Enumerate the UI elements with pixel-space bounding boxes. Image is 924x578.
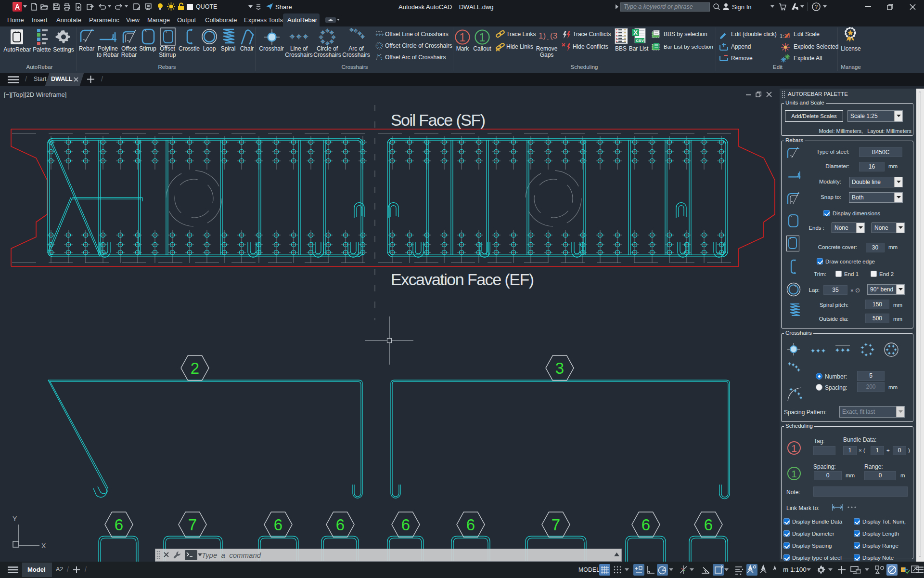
svg-text:CSV: CSV <box>636 39 644 43</box>
svg-text:(3: (3 <box>550 31 557 40</box>
svg-text:..: .. <box>547 36 550 41</box>
svg-text:Excavation Face (EF): Excavation Face (EF) <box>391 270 534 289</box>
svg-text:Y: Y <box>13 515 17 523</box>
svg-text:7: 7 <box>552 516 560 534</box>
svg-text:1: 1 <box>791 443 797 454</box>
svg-text:1: 1 <box>791 468 797 479</box>
svg-text:1: 1 <box>479 31 485 44</box>
svg-text:6: 6 <box>336 516 345 534</box>
svg-text:?: ? <box>815 4 818 10</box>
svg-text:6: 6 <box>115 516 123 534</box>
svg-text:6: 6 <box>274 516 282 534</box>
svg-text:2: 2 <box>191 359 199 377</box>
svg-text:X: X <box>633 29 638 36</box>
svg-text:7: 7 <box>188 516 197 534</box>
svg-text:1: 1 <box>459 31 465 44</box>
svg-text:6: 6 <box>466 516 475 534</box>
svg-text:Soil Face (SF): Soil Face (SF) <box>391 111 486 129</box>
svg-text:6: 6 <box>704 516 713 534</box>
svg-text:6: 6 <box>401 516 410 534</box>
svg-text:X: X <box>41 542 46 550</box>
svg-text:3: 3 <box>555 359 564 377</box>
svg-text:6: 6 <box>642 516 650 534</box>
svg-text:1): 1) <box>539 31 546 40</box>
